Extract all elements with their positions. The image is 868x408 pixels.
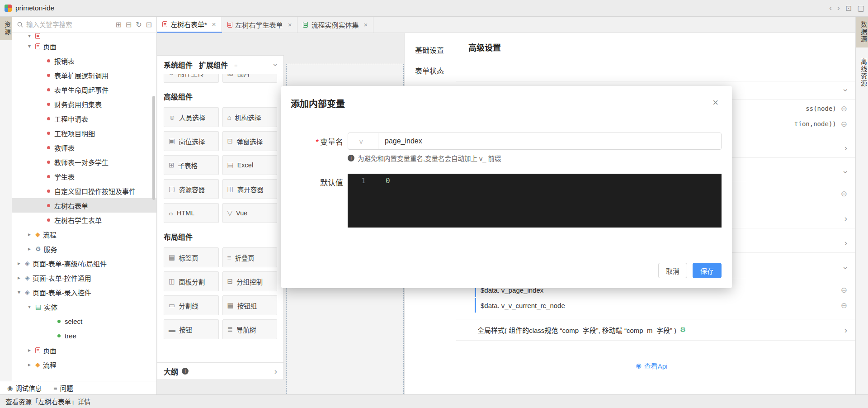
variable-name-input[interactable]: [378, 133, 721, 149]
tree-item[interactable]: ▾: [12, 33, 156, 39]
editor-tab[interactable]: 左树右表单*×: [157, 17, 222, 33]
layout-panel-icon[interactable]: ⊡: [845, 4, 852, 13]
editor-code[interactable]: 0: [370, 174, 722, 228]
refresh-icon[interactable]: ↻: [136, 20, 142, 29]
debug-tab[interactable]: ◉调试信息: [7, 383, 42, 393]
component-item[interactable]: ▢资源容器: [164, 179, 219, 199]
tree-item[interactable]: 左树右学生表单: [12, 213, 156, 227]
component-item[interactable]: ⊡弹窗选择: [222, 131, 278, 151]
remove-icon[interactable]: ⊖: [841, 285, 847, 295]
component-item[interactable]: ◫面板分割: [164, 271, 219, 291]
close-icon[interactable]: ×: [712, 98, 718, 108]
component-item[interactable]: ▤Excel: [222, 155, 278, 175]
tree-item[interactable]: ▾页面: [12, 39, 156, 53]
component-item[interactable]: ⌂机构选择: [222, 107, 278, 127]
tree-item[interactable]: select: [12, 314, 156, 328]
remove-icon[interactable]: ⊖: [841, 189, 847, 199]
editor-tab[interactable]: 流程实例实体集×: [297, 17, 373, 33]
component-item[interactable]: ‹›HTML: [164, 203, 219, 223]
component-item[interactable]: ▦按钮组: [222, 295, 278, 315]
new-folder-icon[interactable]: ⊟: [126, 20, 132, 29]
tree-item[interactable]: ▾▤实体: [12, 299, 156, 314]
editor-tab[interactable]: 左树右学生表单×: [222, 17, 298, 33]
component-item[interactable]: ⊕附件上传: [164, 74, 219, 83]
components-tab-system[interactable]: 系统组件: [164, 59, 193, 70]
save-layout-icon[interactable]: ▢: [857, 4, 864, 13]
debug-tab[interactable]: ≡问题: [53, 383, 73, 393]
tree-arrow-icon[interactable]: ▾: [16, 289, 22, 295]
chevron-icon[interactable]: ›: [844, 238, 847, 247]
components-tab-extension[interactable]: 扩展组件: [199, 59, 228, 70]
chevron-icon[interactable]: ›: [841, 89, 850, 91]
tree-item[interactable]: 工程项目明细: [12, 126, 156, 140]
component-item[interactable]: ☺人员选择: [164, 107, 219, 127]
collapse-components-icon[interactable]: ›: [271, 63, 280, 66]
component-item[interactable]: ≣导航树: [222, 319, 278, 339]
chevron-icon[interactable]: ›: [841, 171, 850, 173]
tree-item[interactable]: 工程申请表: [12, 111, 156, 126]
remove-icon[interactable]: ⊖: [841, 301, 847, 310]
tree-arrow-icon[interactable]: ▸: [16, 260, 22, 266]
tree-arrow-icon[interactable]: ▸: [26, 361, 33, 368]
component-item[interactable]: ▧图片: [222, 74, 278, 83]
tree-item[interactable]: 教师表: [12, 140, 156, 155]
chevron-icon[interactable]: ›: [841, 266, 850, 269]
cancel-button[interactable]: 取消: [658, 263, 687, 278]
tree-item[interactable]: 学生表: [12, 169, 156, 184]
collapse-all-icon[interactable]: ⊡: [146, 20, 152, 29]
props-nav-item[interactable]: 表单状态: [405, 60, 456, 81]
component-item[interactable]: ▣岗位选择: [164, 131, 219, 151]
default-value-editor[interactable]: 1 0: [348, 174, 722, 228]
tree-item[interactable]: ▸⚙服务: [12, 242, 156, 256]
tree-arrow-icon[interactable]: ▾: [26, 43, 33, 49]
tree-item[interactable]: ▸◈页面-表单-高级/布局组件: [12, 256, 156, 270]
tree-item[interactable]: ▸页面: [12, 343, 156, 357]
new-page-icon[interactable]: ⊞: [115, 20, 121, 29]
tab-close-icon[interactable]: ×: [288, 21, 292, 28]
nav-back-icon[interactable]: ‹: [829, 4, 832, 13]
tree-item[interactable]: 左树右表单: [12, 198, 156, 213]
tree-item[interactable]: 自定义窗口操作按钮及事件: [12, 184, 156, 198]
tree-item[interactable]: ▸◈页面-表单-控件通用: [12, 270, 156, 285]
tree-arrow-icon[interactable]: ▾: [26, 33, 33, 39]
component-item[interactable]: ▤标签页: [164, 247, 219, 267]
component-item[interactable]: ▬按钮: [164, 319, 219, 339]
outline-expand-icon[interactable]: ›: [274, 367, 277, 375]
props-nav-item[interactable]: 基础设置: [405, 39, 456, 60]
nav-forward-icon[interactable]: ›: [837, 4, 840, 13]
tree-item[interactable]: ▸◆流程: [12, 227, 156, 242]
tree-arrow-icon[interactable]: ▸: [26, 246, 33, 252]
component-item[interactable]: ≡折叠页: [222, 247, 278, 267]
tree-item[interactable]: 表单扩展逻辑调用: [12, 68, 156, 82]
component-menu-icon[interactable]: ≡: [234, 62, 238, 68]
remove-icon[interactable]: ⊖: [841, 104, 847, 114]
search-input[interactable]: [26, 21, 113, 28]
api-link[interactable]: 查看Api: [644, 361, 668, 370]
tree-arrow-icon[interactable]: ▸: [26, 347, 33, 353]
component-item[interactable]: ◫高开容器: [222, 179, 278, 199]
tree-item[interactable]: 表单生命周起事件: [12, 82, 156, 97]
chevron-icon[interactable]: ›: [844, 143, 847, 152]
tree-item[interactable]: ▾◈页面-表单-录入控件: [12, 285, 156, 299]
tree-item[interactable]: tree: [12, 328, 156, 343]
rail-tab-datasource[interactable]: 数据源: [856, 17, 868, 47]
tree-arrow-icon[interactable]: ▸: [26, 231, 33, 237]
tab-close-icon[interactable]: ×: [363, 21, 368, 28]
chevron-icon[interactable]: ›: [844, 214, 847, 223]
remove-icon[interactable]: ⊖: [841, 119, 847, 129]
component-item[interactable]: ▽Vue: [222, 203, 278, 223]
save-button[interactable]: 保存: [693, 263, 722, 278]
component-item[interactable]: ⊞子表格: [164, 155, 219, 175]
component-item[interactable]: ▭分割线: [164, 295, 219, 315]
tree-arrow-icon[interactable]: ▾: [26, 304, 33, 310]
tree-item[interactable]: 报销表: [12, 53, 156, 68]
outline-section[interactable]: 大纲 i ›: [157, 362, 283, 380]
chevron-icon[interactable]: ›: [844, 326, 847, 334]
rail-tab-offline-resources[interactable]: 离线资源: [856, 54, 868, 92]
component-item[interactable]: ⊟分组控制: [222, 271, 278, 291]
rail-tab-resources[interactable]: 资源: [0, 17, 12, 40]
tree-item[interactable]: 财务费用归集表: [12, 97, 156, 111]
tree-item[interactable]: 教师表一对多学生: [12, 155, 156, 169]
tree-arrow-icon[interactable]: ▸: [16, 275, 22, 281]
sidebar-scrollbar[interactable]: [152, 96, 155, 200]
